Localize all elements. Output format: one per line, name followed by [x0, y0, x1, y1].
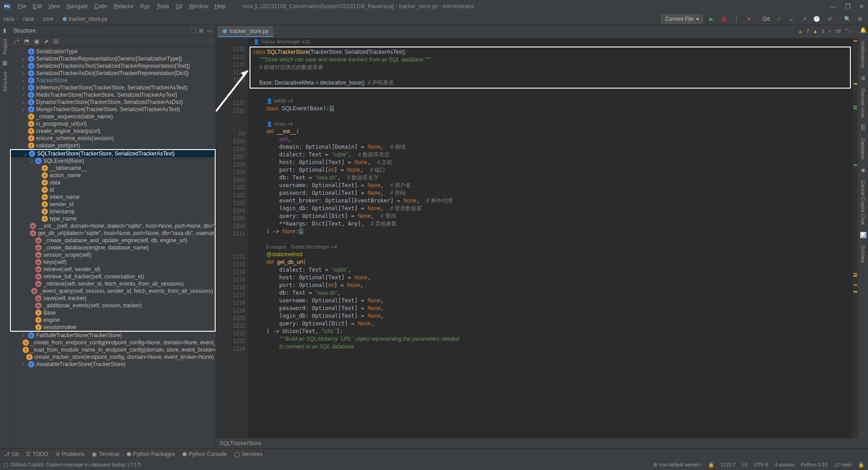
- debug-button[interactable]: 🐞: [719, 14, 728, 24]
- breadcrumb-file[interactable]: tracker_store.py: [69, 16, 108, 22]
- structure-tool-icon[interactable]: ▦: [2, 60, 7, 66]
- chevron-up-down-icon[interactable]: ⌃⌄: [844, 28, 853, 34]
- run-button[interactable]: ▶: [707, 14, 716, 24]
- database-tool[interactable]: Database: [859, 136, 867, 161]
- tree-item[interactable]: ›RedisTrackerStore(TrackerStore, Seriali…: [10, 91, 216, 99]
- tree-item[interactable]: validate_port(port): [10, 142, 216, 149]
- tree-item[interactable]: type_name: [11, 215, 215, 222]
- expand-icon[interactable]: ⛶: [191, 28, 196, 34]
- tree-item[interactable]: SerializationType: [10, 48, 216, 55]
- tree-item[interactable]: keys(self): [11, 258, 215, 266]
- sort-visibility-icon[interactable]: ⬒: [24, 38, 29, 45]
- tree-item[interactable]: retrieve(self, sender_id): [11, 266, 215, 273]
- tree-item[interactable]: _event_query(self, session, sender_id, f…: [11, 287, 215, 295]
- tree-item[interactable]: ⌄SQLTrackerStore(TrackerStore, Serialize…: [11, 150, 215, 157]
- structure-tree[interactable]: SerializationType›SerializedTrackerRepre…: [10, 47, 216, 448]
- menu-help[interactable]: Help: [211, 3, 229, 9]
- menu-code[interactable]: Code: [91, 3, 110, 9]
- tree-item[interactable]: timestamp: [11, 208, 215, 215]
- inspection-widget[interactable]: ▲7 ▲3 ↙18 ⌃⌄: [794, 27, 856, 35]
- breadcrumb-item[interactable]: core: [43, 16, 53, 22]
- remote-icon[interactable]: 🖥: [860, 75, 866, 81]
- encoding[interactable]: UTF-8: [754, 462, 768, 467]
- git-history-icon[interactable]: 🕐: [812, 14, 821, 24]
- menu-refactor[interactable]: Refactor: [110, 3, 137, 9]
- autoscroll-icon[interactable]: ⊟: [53, 38, 58, 45]
- settings-icon[interactable]: ⚙: [855, 14, 864, 24]
- tree-item[interactable]: ›InMemoryTrackerStore(TrackerStore, Seri…: [10, 84, 216, 91]
- caret-position[interactable]: 1131:7: [721, 462, 736, 467]
- database-icon[interactable]: 🗄: [860, 125, 866, 131]
- menu-edit[interactable]: Edit: [29, 3, 45, 9]
- bell-icon[interactable]: 🔔: [860, 27, 867, 33]
- menu-run[interactable]: Run: [137, 3, 153, 9]
- tree-item[interactable]: __init__(self, domain=None, dialect="sql…: [11, 222, 215, 230]
- indent-setting[interactable]: 4 spaces: [774, 462, 794, 467]
- tree-item[interactable]: ›TrackerStore: [10, 77, 216, 84]
- tree-item[interactable]: ›DynamoTrackerStore(TrackerStore, Serial…: [10, 99, 216, 106]
- tree-item[interactable]: intent_name: [11, 193, 215, 201]
- breadcrumb[interactable]: rasa〉 rasa〉 core〉 ⬢ tracker_store.py: [4, 15, 108, 23]
- line-ending[interactable]: LF: [742, 462, 748, 467]
- tree-item[interactable]: ›AwaitableTrackerStore(TrackerStore): [10, 361, 216, 368]
- tree-item[interactable]: engine: [11, 316, 215, 324]
- project-tool-icon[interactable]: ▮: [3, 27, 6, 33]
- tree-item[interactable]: save(self, tracker): [11, 295, 215, 302]
- git-commit-icon[interactable]: ↙: [787, 14, 796, 24]
- tree-item[interactable]: _additional_events(self, session, tracke…: [11, 302, 215, 309]
- sciview-icon[interactable]: 📊: [860, 232, 867, 238]
- lock-icon[interactable]: 🔒: [708, 462, 714, 468]
- server-indicator[interactable]: ⊗ <no default server>: [653, 462, 702, 468]
- tree-item[interactable]: data: [11, 179, 215, 186]
- more-run-icon[interactable]: ⋮: [732, 14, 741, 24]
- search-icon[interactable]: 🔍: [843, 14, 852, 24]
- git-tool-button[interactable]: ⎇Git: [4, 451, 19, 457]
- menu-window[interactable]: Window: [186, 3, 212, 9]
- tree-item[interactable]: _retrieve(self, sender_id, fetch_events_…: [11, 280, 215, 287]
- stop-button[interactable]: ■: [745, 14, 754, 24]
- tree-item[interactable]: ›SerializedTrackerAsDict(SerializedTrack…: [10, 70, 216, 77]
- problems-tool-button[interactable]: ⊘Problems: [56, 451, 85, 457]
- tree-item[interactable]: retrieve_full_tracker(self, conversation…: [11, 273, 215, 280]
- tree-item[interactable]: _create_database(engine, database_name): [11, 244, 215, 251]
- tree-item[interactable]: ›SerializedTrackerRepresentation(Generic…: [10, 55, 216, 62]
- tree-item[interactable]: create_engine_kwargs(url): [10, 127, 216, 135]
- sort-alpha-icon[interactable]: ↓ᴬ: [14, 38, 19, 45]
- minimize-icon[interactable]: —: [830, 3, 837, 10]
- copilot-icon[interactable]: ◉: [861, 167, 865, 173]
- menu-git[interactable]: Git: [172, 3, 185, 9]
- breadcrumb-item[interactable]: rasa: [4, 16, 14, 22]
- tree-item[interactable]: _load_from_module_name_in_endpoint_confi…: [10, 346, 216, 353]
- show-inherited-icon[interactable]: ⬈: [44, 38, 49, 45]
- tree-item[interactable]: __tablename__: [11, 164, 215, 172]
- git-branch[interactable]: ⎇ main: [834, 462, 852, 468]
- hide-icon[interactable]: —: [207, 28, 212, 34]
- menu-file[interactable]: File: [14, 3, 29, 9]
- tree-item[interactable]: session_scope(self): [11, 251, 215, 258]
- editor-tab-tracker-store[interactable]: ⬢ tracker_store.py: [218, 26, 273, 37]
- tree-item[interactable]: ›SerializedTrackerAsText(SerializedTrack…: [10, 62, 216, 70]
- tree-item[interactable]: sender_id: [11, 201, 215, 208]
- remote-host-tool[interactable]: Remote Host: [859, 87, 867, 119]
- readonly-icon[interactable]: 🔓: [858, 462, 864, 468]
- editor-gutter[interactable]: 1131113211331134113511371152541155115611…: [216, 38, 248, 438]
- interpreter[interactable]: Python 3.10: [801, 462, 827, 467]
- tree-item[interactable]: id: [11, 186, 215, 193]
- python-console-button[interactable]: ⬢Python Console: [182, 451, 227, 457]
- notifications-tool[interactable]: Notifications: [859, 39, 867, 70]
- tree-item[interactable]: _create_from_endpoint_config(endpoint_co…: [10, 339, 216, 346]
- tree-item[interactable]: sessionmaker: [11, 324, 215, 331]
- terminal-tool-button[interactable]: ▣Terminal: [92, 451, 119, 457]
- tree-item[interactable]: action_name: [11, 172, 215, 179]
- tree-item[interactable]: get_db_url(dialect="sqlite", host=None, …: [11, 230, 215, 237]
- error-stripe[interactable]: [853, 38, 858, 438]
- copilot-chat-tool[interactable]: GitHub Copilot Chat: [859, 179, 867, 226]
- tree-item[interactable]: is_postgresql_url(url): [10, 120, 216, 127]
- menu-view[interactable]: View: [45, 3, 63, 9]
- show-fields-icon[interactable]: ▣: [34, 38, 39, 45]
- git-push-icon[interactable]: ↗: [800, 14, 809, 24]
- status-icon[interactable]: ▢: [4, 462, 8, 468]
- tree-item[interactable]: ›MongoTrackerStore(TrackerStore, Seriali…: [10, 106, 216, 113]
- maximize-icon[interactable]: ❐: [845, 3, 851, 10]
- todo-tool-button[interactable]: ☰TODO: [26, 451, 48, 457]
